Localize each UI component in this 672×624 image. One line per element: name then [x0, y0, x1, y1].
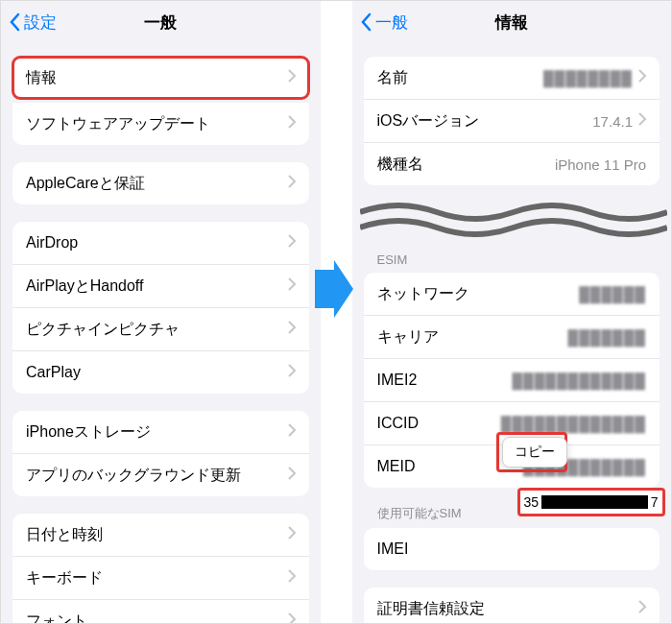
row-applecare[interactable]: AppleCareと保証 — [12, 162, 309, 204]
row-carrier: キャリア███████ — [364, 316, 660, 359]
imei-redacted — [541, 495, 648, 509]
label: キーボード — [26, 568, 103, 588]
label: 情報 — [26, 68, 57, 88]
row-name[interactable]: 名前████████ — [364, 57, 660, 100]
label: 日付と時刻 — [26, 525, 103, 545]
back-label: 設定 — [24, 12, 57, 34]
row-airdrop[interactable]: AirDrop — [12, 222, 309, 265]
label: アプリのバックグラウンド更新 — [26, 466, 241, 486]
back-button[interactable]: 一般 — [360, 12, 408, 34]
row-about[interactable]: 情報 — [12, 57, 309, 99]
value: █████████████ — [501, 416, 646, 432]
chevron-right-icon — [288, 115, 296, 132]
chevron-right-icon — [638, 600, 646, 617]
row-storage[interactable]: iPhoneストレージ — [12, 411, 309, 454]
header: 一般 情報 — [352, 1, 672, 43]
label: 機種名 — [377, 155, 423, 175]
row-font[interactable]: フォント — [12, 600, 309, 623]
chevron-right-icon — [638, 69, 646, 86]
row-imei2[interactable]: IMEI2████████████ — [364, 359, 660, 402]
page-title: 情報 — [495, 12, 528, 34]
row-date[interactable]: 日付と時刻 — [12, 514, 309, 557]
chevron-right-icon — [288, 569, 296, 587]
label: ICCID — [377, 415, 420, 432]
ellipsis-wave-icon — [360, 203, 667, 237]
label: ピクチャインピクチャ — [26, 320, 180, 340]
chevron-left-icon — [360, 12, 372, 32]
chevron-right-icon — [288, 526, 296, 543]
arrow-icon — [315, 260, 353, 322]
back-label: 一般 — [375, 12, 408, 34]
label: MEID — [377, 458, 416, 475]
label: iOSバージョン — [377, 111, 480, 132]
imei-prefix: 35 — [524, 494, 540, 510]
chevron-right-icon — [288, 321, 296, 338]
group-device-info: 名前████████ iOSバージョン17.4.1 機種名iPhone 11 P… — [364, 57, 660, 185]
highlight-imei: 35 7 — [517, 488, 665, 516]
row-imei[interactable]: IMEI — [364, 528, 660, 570]
copy-popover[interactable]: コピー — [502, 437, 567, 468]
row-ios-version[interactable]: iOSバージョン17.4.1 — [364, 100, 660, 143]
value: ████████████ — [512, 372, 646, 389]
chevron-left-icon — [9, 12, 20, 32]
about-pane: 一般 情報 名前████████ iOSバージョン17.4.1 機種名iPhon… — [352, 1, 672, 623]
row-model: 機種名iPhone 11 Pro — [364, 143, 660, 185]
chevron-right-icon — [638, 112, 646, 130]
label: ネットワーク — [377, 284, 469, 304]
copy-label: コピー — [515, 444, 555, 459]
label: AirPlayとHandoff — [26, 276, 143, 297]
row-carplay[interactable]: CarPlay — [12, 351, 309, 394]
chevron-right-icon — [288, 175, 296, 192]
label: ソフトウェアアップデート — [26, 114, 210, 134]
row-airplay[interactable]: AirPlayとHandoff — [12, 265, 309, 308]
group-date: 日付と時刻 キーボード フォント — [12, 514, 309, 623]
header: 設定 一般 — [1, 1, 321, 43]
label: AppleCareと保証 — [26, 174, 145, 194]
chevron-right-icon — [288, 423, 296, 441]
chevron-right-icon — [288, 612, 296, 623]
group-about-2: ソフトウェアアップデート — [12, 103, 309, 145]
row-bg-refresh[interactable]: アプリのバックグラウンド更新 — [12, 454, 309, 496]
chevron-right-icon — [288, 277, 296, 295]
group-sim: IMEI — [364, 528, 660, 570]
row-network: ネットワーク██████ — [364, 273, 660, 316]
row-pip[interactable]: ピクチャインピクチャ — [12, 308, 309, 351]
label: キャリア — [377, 327, 439, 348]
value: ██████ — [579, 286, 646, 302]
chevron-right-icon — [288, 234, 296, 252]
group-storage: iPhoneストレージ アプリのバックグラウンド更新 — [12, 411, 309, 496]
label: IMEI — [377, 540, 409, 558]
chevron-right-icon — [288, 467, 296, 484]
back-button[interactable]: 設定 — [9, 12, 57, 34]
value: ████████ — [543, 70, 633, 86]
group-airdrop: AirDrop AirPlayとHandoff ピクチャインピクチャ CarPl… — [12, 222, 309, 394]
value: 17.4.1 — [592, 113, 633, 130]
row-software-update[interactable]: ソフトウェアアップデート — [12, 103, 309, 145]
label: IMEI2 — [377, 372, 418, 389]
label: 名前 — [377, 68, 408, 88]
label: 証明書信頼設定 — [377, 599, 485, 619]
imei-suffix: 7 — [651, 494, 659, 510]
group-cert: 証明書信頼設定 — [364, 588, 660, 623]
section-header-esim: ESIM — [377, 252, 660, 267]
group-applecare: AppleCareと保証 — [12, 162, 309, 204]
label: フォント — [26, 612, 87, 624]
chevron-right-icon — [288, 364, 296, 381]
label: iPhoneストレージ — [26, 422, 151, 443]
value: ███████ — [568, 329, 646, 346]
chevron-right-icon — [288, 69, 296, 86]
label: AirDrop — [26, 234, 78, 252]
group-about: 情報 — [12, 57, 309, 99]
general-settings-pane: 設定 一般 情報 ソフトウェアアップデート AppleCareと保証 AirDr… — [1, 1, 321, 623]
row-cert-trust[interactable]: 証明書信頼設定 — [364, 588, 660, 623]
page-title: 一般 — [144, 12, 177, 34]
row-keyboard[interactable]: キーボード — [12, 557, 309, 600]
value: iPhone 11 Pro — [555, 156, 646, 173]
label: CarPlay — [26, 364, 81, 381]
